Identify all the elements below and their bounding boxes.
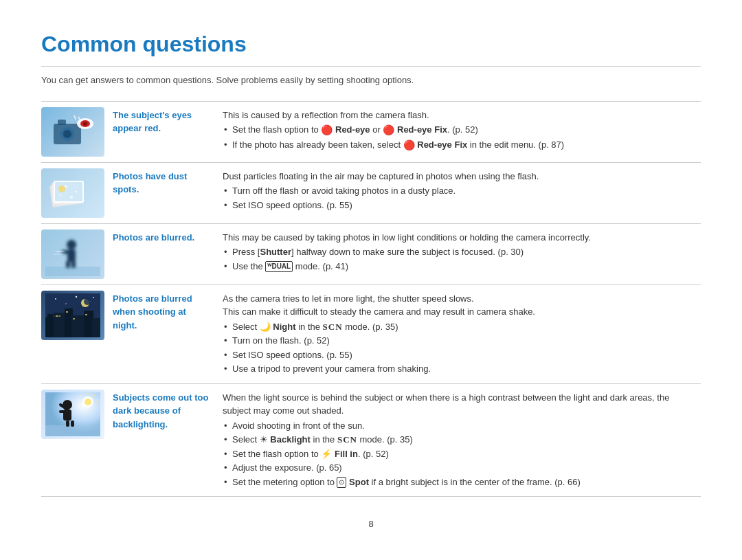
row-label-backlight: Subjects come out too dark because of ba… xyxy=(110,383,220,497)
svg-point-14 xyxy=(65,185,67,188)
svg-rect-42 xyxy=(66,311,68,313)
row-content-redeye: This is caused by a reflection from the … xyxy=(220,101,701,162)
svg-rect-48 xyxy=(45,425,100,436)
title-divider xyxy=(41,66,701,67)
svg-rect-22 xyxy=(69,250,76,254)
svg-point-13 xyxy=(58,186,65,192)
row-label-night: Photos are blurred when shooting at nigh… xyxy=(110,284,220,383)
svg-rect-34 xyxy=(47,314,53,321)
table-row: Photos have dust spots. Dust particles f… xyxy=(41,162,701,223)
row-content-night: As the camera tries to let in more light… xyxy=(220,284,701,383)
svg-point-56 xyxy=(85,399,91,405)
svg-point-6 xyxy=(83,122,87,126)
svg-rect-43 xyxy=(73,318,75,320)
row-image-night xyxy=(41,284,110,383)
svg-point-31 xyxy=(65,303,67,304)
svg-point-3 xyxy=(63,130,71,138)
row-content-dust: Dust particles floating in the air may b… xyxy=(220,162,701,223)
svg-rect-23 xyxy=(66,261,70,268)
svg-rect-54 xyxy=(71,421,74,427)
row-image-backlight xyxy=(41,383,110,497)
row-content-backlight: When the light source is behind the subj… xyxy=(220,383,701,497)
page-title: Common questions xyxy=(41,27,701,60)
table-row: Subjects come out too dark because of ba… xyxy=(41,383,701,497)
row-label-redeye: The subject's eyes appear red. xyxy=(110,101,220,162)
svg-rect-44 xyxy=(85,314,87,315)
row-content-blur: This may be caused by taking photos in l… xyxy=(220,223,701,284)
row-label-dust: Photos have dust spots. xyxy=(110,162,220,223)
svg-point-16 xyxy=(70,196,73,199)
svg-rect-24 xyxy=(71,261,76,268)
svg-line-8 xyxy=(74,115,76,120)
svg-point-46 xyxy=(84,298,91,305)
svg-rect-53 xyxy=(66,421,69,427)
svg-point-15 xyxy=(76,190,78,192)
row-image-blur xyxy=(41,223,110,284)
svg-point-19 xyxy=(67,240,76,249)
table-row: The subject's eyes appear red. This is c… xyxy=(41,101,701,162)
questions-table: The subject's eyes appear red. This is c… xyxy=(41,101,701,497)
svg-rect-41 xyxy=(58,315,60,317)
page-number: 8 xyxy=(41,517,701,531)
intro-text: You can get answers to common questions.… xyxy=(41,74,701,87)
row-image-redeye xyxy=(41,101,110,162)
svg-point-28 xyxy=(55,298,56,300)
table-row: Photos are blurred. This may be caused b… xyxy=(41,223,701,284)
svg-point-29 xyxy=(76,295,77,297)
svg-rect-1 xyxy=(58,120,66,125)
svg-rect-18 xyxy=(45,267,100,276)
svg-point-17 xyxy=(60,194,62,196)
svg-rect-12 xyxy=(55,182,82,201)
table-row: Photos are blurred when shooting at nigh… xyxy=(41,284,701,383)
svg-point-32 xyxy=(93,297,94,298)
svg-rect-40 xyxy=(56,315,58,317)
row-label-blur: Photos are blurred. xyxy=(110,223,220,284)
row-image-dust xyxy=(41,162,110,223)
svg-rect-39 xyxy=(92,318,100,337)
svg-rect-52 xyxy=(59,410,65,413)
